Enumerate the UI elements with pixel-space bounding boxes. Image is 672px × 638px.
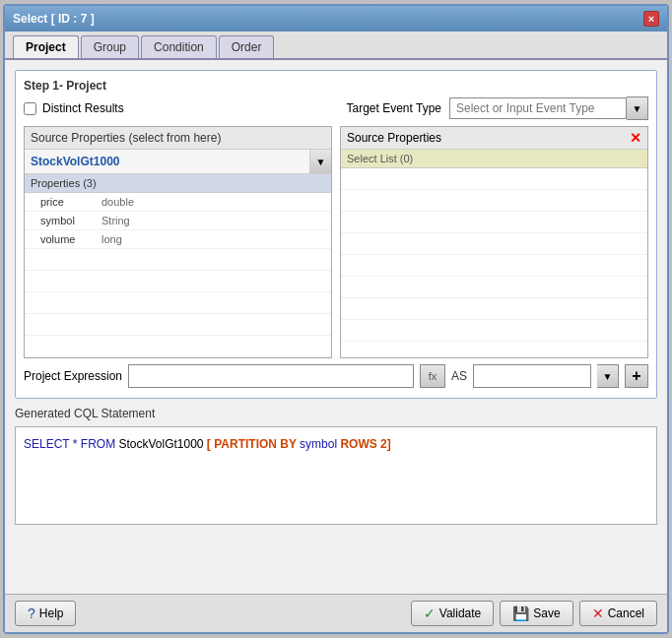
- prop-type-volume: long: [101, 233, 122, 245]
- right-empty-row-7: [341, 298, 647, 320]
- property-row-symbol: symbol String: [25, 212, 331, 230]
- formula-icon: fx: [429, 370, 437, 382]
- right-empty-row-2: [341, 190, 647, 212]
- tab-bar: Project Group Condition Order: [5, 32, 667, 60]
- cql-table: StockVolGt1000: [118, 437, 206, 451]
- save-button[interactable]: 💾 Save: [500, 601, 572, 626]
- tab-order[interactable]: Order: [219, 35, 275, 58]
- right-panel-header: Source Properties ✕: [341, 127, 647, 150]
- footer-right: ✓ Validate 💾 Save ✕ Cancel: [411, 601, 657, 626]
- as-dropdown-btn[interactable]: ▼: [597, 364, 619, 388]
- prop-name-symbol: symbol: [40, 215, 90, 226]
- validate-button[interactable]: ✓ Validate: [411, 601, 494, 626]
- window-title: Select [ ID : 7 ]: [13, 12, 95, 26]
- distinct-row: Distinct Results: [24, 101, 124, 115]
- empty-row-5: [25, 336, 331, 357]
- empty-row-1: [25, 249, 331, 271]
- event-type-input[interactable]: [449, 97, 627, 119]
- prop-type-symbol: String: [101, 215, 130, 226]
- source-panels: Source Properties (select from here) Sto…: [24, 126, 648, 358]
- select-list-header: Select List (0): [341, 150, 647, 168]
- tab-project[interactable]: Project: [13, 35, 79, 58]
- left-panel-header: Source Properties (select from here): [25, 127, 331, 150]
- source-panel-left: Source Properties (select from here) Sto…: [24, 126, 332, 358]
- delete-icon[interactable]: ✕: [630, 131, 641, 145]
- tab-group[interactable]: Group: [81, 35, 139, 58]
- as-input[interactable]: [473, 364, 591, 388]
- save-label: Save: [533, 606, 560, 620]
- step-label: Step 1- Project: [24, 79, 648, 93]
- target-event-row: Target Event Type ▼: [346, 96, 648, 120]
- target-event-label: Target Event Type: [346, 101, 441, 115]
- project-section: Step 1- Project Distinct Results Target …: [15, 70, 657, 399]
- save-icon: 💾: [512, 606, 529, 621]
- right-panel-title: Source Properties: [347, 131, 441, 145]
- right-empty-row-4: [341, 233, 647, 255]
- cql-partition: [ PARTITION BY: [207, 437, 300, 451]
- source-dropdown-btn[interactable]: ▼: [309, 150, 331, 173]
- expression-input[interactable]: [128, 364, 414, 388]
- distinct-label: Distinct Results: [42, 101, 124, 115]
- prop-name-price: price: [40, 196, 90, 208]
- distinct-checkbox[interactable]: [24, 102, 36, 115]
- event-type-dropdown-btn[interactable]: ▼: [627, 96, 648, 120]
- property-row-price: price double: [25, 193, 331, 212]
- help-button[interactable]: ? Help: [15, 601, 76, 626]
- title-bar: Select [ ID : 7 ] ×: [5, 6, 667, 32]
- right-empty-row-1: [341, 168, 647, 190]
- right-panel-rows: [341, 168, 647, 357]
- right-empty-row-6: [341, 277, 647, 298]
- project-expression-row: Project Expression fx AS ▼ +: [24, 358, 648, 390]
- help-icon: ?: [28, 606, 35, 621]
- help-label: Help: [39, 606, 64, 620]
- close-button[interactable]: ×: [643, 11, 659, 27]
- cql-rows: ROWS 2]: [340, 437, 390, 451]
- validate-icon: ✓: [424, 606, 436, 621]
- as-label: AS: [451, 369, 467, 383]
- main-window: Select [ ID : 7 ] × Project Group Condit…: [3, 4, 669, 634]
- main-content: Step 1- Project Distinct Results Target …: [5, 60, 667, 594]
- tab-condition[interactable]: Condition: [141, 35, 217, 58]
- add-expression-button[interactable]: +: [625, 364, 648, 388]
- validate-label: Validate: [439, 606, 481, 620]
- right-empty-row-8: [341, 320, 647, 342]
- empty-row-4: [25, 314, 331, 336]
- cql-statement-box: SELECT * FROM StockVolGt1000 [ PARTITION…: [15, 426, 657, 525]
- cancel-button[interactable]: ✕ Cancel: [579, 601, 657, 626]
- prop-type-price: double: [101, 196, 134, 208]
- right-empty-row-5: [341, 255, 647, 277]
- source-dropdown: StockVolGt1000 ▼: [25, 150, 331, 174]
- source-panel-right: Source Properties ✕ Select List (0): [340, 126, 648, 358]
- property-row-volume: volume long: [25, 230, 331, 249]
- cql-symbol: symbol: [300, 437, 340, 451]
- options-row: Distinct Results Target Event Type ▼: [24, 96, 648, 120]
- footer-left: ? Help: [15, 601, 76, 626]
- empty-row-2: [25, 271, 331, 292]
- properties-header: Properties (3): [25, 174, 331, 193]
- footer: ? Help ✓ Validate 💾 Save ✕ Cancel: [5, 594, 667, 632]
- generated-section: Generated CQL Statement SELECT * FROM St…: [15, 407, 657, 525]
- cql-select: SELECT * FROM: [24, 437, 118, 451]
- prop-name-volume: volume: [40, 233, 90, 245]
- right-empty-row-3: [341, 212, 647, 233]
- event-type-container: ▼: [449, 96, 648, 120]
- cql-statement: SELECT * FROM StockVolGt1000 [ PARTITION…: [24, 437, 391, 451]
- source-select-value: StockVolGt1000: [25, 151, 309, 172]
- cancel-icon: ✕: [592, 606, 604, 621]
- generated-label: Generated CQL Statement: [15, 407, 657, 420]
- cancel-label: Cancel: [608, 606, 644, 620]
- formula-button[interactable]: fx: [420, 364, 445, 388]
- project-expression-label: Project Expression: [24, 369, 122, 383]
- empty-row-3: [25, 292, 331, 314]
